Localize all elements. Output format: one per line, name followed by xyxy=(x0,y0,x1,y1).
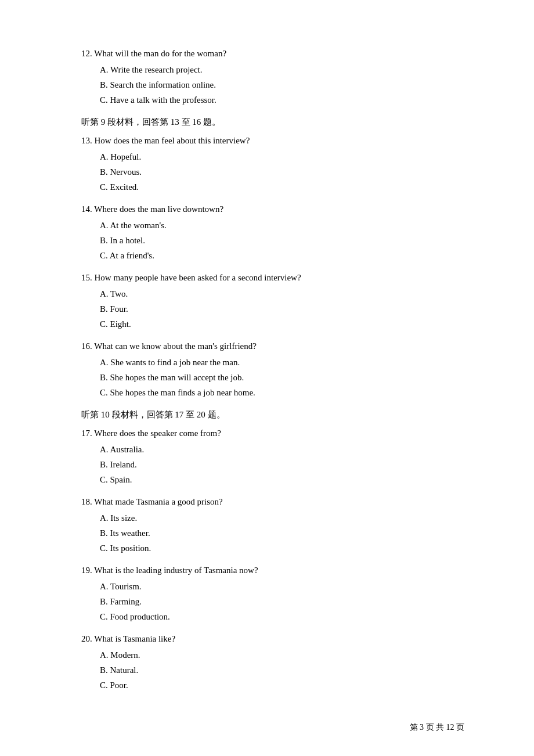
question-19: 19. What is the leading industry of Tasm… xyxy=(81,563,464,624)
question-18-text: 18. What made Tasmania a good prison? xyxy=(81,495,464,509)
question-18-option-a: A. Its size. xyxy=(100,511,464,525)
question-15-option-a: A. Two. xyxy=(100,287,464,301)
question-17-option-c: C. Spain. xyxy=(100,473,464,487)
question-13-option-c: C. Excited. xyxy=(100,180,464,194)
question-12-text: 12. What will the man do for the woman? xyxy=(81,46,464,60)
question-15-option-b: B. Four. xyxy=(100,302,464,316)
question-17-option-a: A. Australia. xyxy=(100,442,464,456)
question-18-option-c: C. Its position. xyxy=(100,541,464,555)
question-17-option-b: B. Ireland. xyxy=(100,458,464,471)
question-13-option-b: B. Nervous. xyxy=(100,165,464,179)
question-19-option-c: C. Food production. xyxy=(100,610,464,624)
question-13-option-a: A. Hopeful. xyxy=(100,150,464,164)
question-19-option-a: A. Tourism. xyxy=(100,579,464,593)
section-header-9: 听第 9 段材料，回答第 13 至 16 题。 xyxy=(81,115,464,129)
question-15: 15. How many people have been asked for … xyxy=(81,271,464,331)
question-20: 20. What is Tasmania like? A. Modern. B.… xyxy=(81,632,464,692)
question-20-option-b: B. Natural. xyxy=(100,663,464,677)
question-16-option-c: C. She hopes the man finds a job near ho… xyxy=(100,386,464,399)
question-20-option-c: C. Poor. xyxy=(100,678,464,692)
question-12-option-c: C. Have a talk with the professor. xyxy=(100,93,464,107)
question-12-option-a: A. Write the research project. xyxy=(100,63,464,77)
question-14-option-b: B. In a hotel. xyxy=(100,233,464,247)
question-20-option-a: A. Modern. xyxy=(100,648,464,662)
question-18-option-b: B. Its weather. xyxy=(100,526,464,540)
question-13-text: 13. How does the man feel about this int… xyxy=(81,134,464,147)
question-20-text: 20. What is Tasmania like? xyxy=(81,632,464,646)
question-15-option-c: C. Eight. xyxy=(100,317,464,331)
question-16: 16. What can we know about the man's gir… xyxy=(81,339,464,399)
question-13: 13. How does the man feel about this int… xyxy=(81,134,464,194)
question-12-option-b: B. Search the information online. xyxy=(100,78,464,92)
question-15-text: 15. How many people have been asked for … xyxy=(81,271,464,285)
page-content: 12. What will the man do for the woman? … xyxy=(0,0,534,747)
question-18: 18. What made Tasmania a good prison? A.… xyxy=(81,495,464,555)
question-17-text: 17. Where does the speaker come from? xyxy=(81,426,464,440)
question-17: 17. Where does the speaker come from? A.… xyxy=(81,426,464,487)
question-16-option-a: A. She wants to find a job near the man. xyxy=(100,355,464,369)
section-header-10: 听第 10 段材料，回答第 17 至 20 题。 xyxy=(81,408,464,422)
page-footer: 第 3 页 共 12 页 xyxy=(410,722,465,733)
question-16-option-b: B. She hopes the man will accept the job… xyxy=(100,370,464,384)
question-12: 12. What will the man do for the woman? … xyxy=(81,46,464,107)
question-16-text: 16. What can we know about the man's gir… xyxy=(81,339,464,353)
question-14-option-a: A. At the woman's. xyxy=(100,218,464,232)
question-19-option-b: B. Farming. xyxy=(100,595,464,609)
question-19-text: 19. What is the leading industry of Tasm… xyxy=(81,563,464,577)
question-14: 14. Where does the man live downtown? A.… xyxy=(81,202,464,262)
question-14-text: 14. Where does the man live downtown? xyxy=(81,202,464,216)
question-14-option-c: C. At a friend's. xyxy=(100,249,464,262)
